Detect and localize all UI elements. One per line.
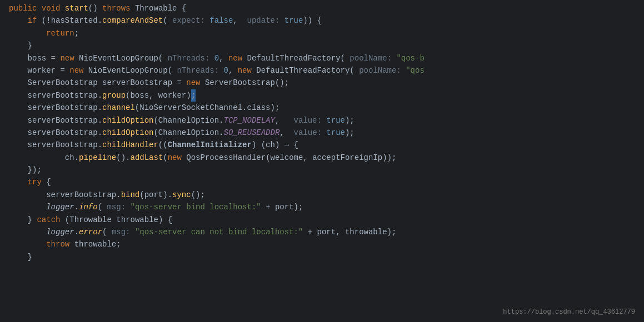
class-nioeventloop: NioEventLoopGroup( (79, 52, 168, 64)
catch-open: ( (65, 214, 69, 226)
worker-var: worker = (28, 64, 70, 77)
method-channel: channel (102, 102, 135, 114)
bind-args: (port). (139, 189, 172, 201)
indent3 (9, 27, 46, 39)
const-so-reuseaddr: SO_REUSEADDR (223, 127, 279, 139)
string-cannot-bind: "qos-server can not bind localhost:" (135, 226, 303, 238)
group-args: (boss, worker) (126, 89, 191, 102)
indent9 (9, 102, 28, 114)
comma5: , (219, 52, 228, 64)
brace15: { (46, 176, 51, 188)
method-bind: bind (121, 189, 140, 201)
keyword-return: return (46, 27, 74, 39)
keyword-new6b: new (238, 64, 257, 77)
method-childoption10: childOption (102, 114, 153, 127)
code-line-16: serverBootstrap.bind(port).sync(); (0, 189, 644, 201)
addlast-open: ( (163, 152, 167, 164)
indent6 (9, 64, 28, 77)
throw-var: throwable; (69, 238, 121, 250)
indent13 (9, 152, 65, 164)
sb-bind: serverBootstrap. (46, 189, 121, 201)
pipeline-chain: (). (116, 152, 130, 164)
class-qosprocesshandler: QosProcessHandler(welcome, acceptForeign… (186, 152, 396, 164)
code-line-9: serverBootstrap.channel(NioServerSocketC… (0, 102, 644, 114)
catch-var: throwable) { (112, 214, 172, 226)
indent2 (9, 14, 28, 27)
code-line-5: boss = new NioEventLoopGroup( nThreads: … (0, 52, 644, 64)
indent8 (9, 89, 28, 102)
brace18: } (28, 214, 37, 226)
class-nioeventloop6: NioEventLoopGroup( (88, 64, 177, 77)
var-logger17: logger (46, 201, 74, 213)
code-line-17: logger.info( msg: "qos-server bind local… (0, 201, 644, 213)
url-text: https://blog.csdn.net/qq_43612779 (503, 308, 635, 316)
param-poolname5: poolName: (350, 52, 396, 64)
paren-open: () (88, 2, 102, 14)
var-logger19: logger (46, 226, 74, 238)
indent20 (9, 238, 46, 250)
code-line-12: serverBootstrap.childHandler((ChannelIni… (0, 139, 644, 151)
co-open11: (ChannelOption. (153, 127, 223, 139)
code-line-10: serverBootstrap.childOption(ChannelOptio… (0, 114, 644, 127)
val-false: false (209, 14, 233, 27)
code-line-18: } catch (Throwable throwable) { (0, 214, 644, 226)
keyword-throw: throw (46, 238, 69, 250)
class-throwable18: Throwable (69, 214, 112, 226)
method-info: info (79, 201, 98, 213)
code-line-13: ch.pipeline().addLast(new QosProcessHand… (0, 152, 644, 164)
method-start: start (65, 2, 88, 14)
sb-childoption10: serverBootstrap. (28, 114, 102, 127)
channel-args: (NioServerSocketChannel.class); (135, 102, 279, 114)
indent10 (9, 114, 28, 127)
indent19 (9, 226, 46, 238)
method-childoption11: childOption (102, 127, 153, 139)
indent12 (9, 139, 28, 151)
param-nthreads6: nThreads: (177, 64, 223, 77)
close2: )) { (303, 14, 322, 27)
plus19: + port, throwable); (303, 226, 396, 238)
plus17: + port); (261, 201, 303, 213)
indent14 (9, 164, 28, 176)
code-line-21: } (0, 251, 644, 263)
code-editor: public void start() throws Throwable { i… (0, 0, 644, 322)
url-watermark: https://blog.csdn.net/qq_43612779 (503, 305, 635, 318)
method-error: error (79, 226, 102, 238)
close14: }); (28, 164, 42, 176)
code-line-1: public void start() throws Throwable { (0, 2, 644, 14)
code-line-4: } (0, 39, 644, 52)
val-true2: true (284, 14, 303, 27)
class-serverbootstrap7: ServerBootstrap(); (205, 77, 289, 89)
comma6: , (228, 64, 238, 77)
indent7 (9, 77, 28, 89)
comma10: , (275, 114, 294, 127)
sb-group: serverBootstrap. (28, 89, 102, 102)
indent11 (9, 127, 28, 139)
indent15 (9, 176, 28, 188)
param-update: update: (247, 14, 284, 27)
indent5 (9, 52, 28, 64)
indent17 (9, 201, 46, 213)
sync-end: (); (191, 189, 205, 201)
param-msg17: msg: (107, 201, 130, 213)
ch-mid: ) (ch) → { (252, 139, 298, 151)
code-line-11: serverBootstrap.childOption(ChannelOptio… (0, 127, 644, 139)
keyword-void: void (42, 2, 65, 14)
keyword-new5: new (60, 52, 79, 64)
string-qosb5: "qos-b (396, 52, 424, 64)
method-childhandler: childHandler (102, 139, 158, 151)
method-pipeline: pipeline (79, 152, 116, 164)
keyword-new7: new (186, 77, 205, 89)
dot19: . (74, 226, 79, 238)
semi3: ; (74, 27, 79, 39)
indent21 (9, 251, 28, 263)
keyword-throws: throws (102, 2, 135, 14)
val-true11: true (326, 127, 345, 139)
code-line-7: ServerBootstrap serverBootstrap = new Se… (0, 77, 644, 89)
dot17: . (74, 201, 79, 213)
code-line-15: try { (0, 176, 644, 188)
method-group: group (102, 89, 126, 102)
close21: } (28, 251, 32, 263)
keyword-new13: new (168, 152, 187, 164)
param-value11: value: (294, 127, 327, 139)
code-line-20: throw throwable; (0, 238, 644, 250)
